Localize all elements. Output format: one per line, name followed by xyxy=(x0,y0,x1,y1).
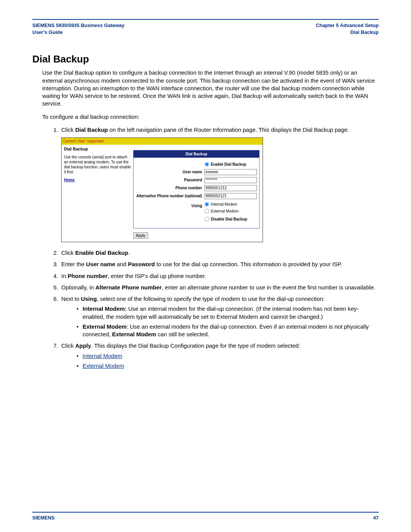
step-5: Optionally, in Alternate Phone number, e… xyxy=(60,284,379,291)
username-input[interactable] xyxy=(204,169,257,175)
header-right-1: Chapter 5 Advanced Setup xyxy=(316,22,379,29)
alt-phone-label: Alternative Phone number (optional) xyxy=(136,193,204,199)
alt-phone-input[interactable] xyxy=(204,193,257,199)
current-user-bar: Current User: superuser xyxy=(62,138,263,145)
panel-title: Dial Backup xyxy=(134,150,259,158)
username-label: User name xyxy=(136,169,204,175)
step-7: Click Apply. This displays the Dial Back… xyxy=(60,342,379,370)
section-title: Dial Backup xyxy=(32,53,379,65)
intro-paragraph: Use the Dial Backup option to configure … xyxy=(42,69,379,107)
lead-paragraph: To configure a dial backup connection: xyxy=(42,113,379,121)
disable-dial-backup-label: Disable Dial Backup xyxy=(211,217,247,222)
internal-modem-label: Internal Modem xyxy=(211,201,237,208)
home-link[interactable]: Home xyxy=(64,177,75,183)
step-6-bullet-2: External Modem: Use an external modem fo… xyxy=(76,323,379,339)
page-header: SIEMENS 5930/5935 Business Gateway User'… xyxy=(32,20,379,38)
internal-modem-option[interactable]: Internal Modem xyxy=(204,201,239,208)
dial-backup-ui: Current User: superuser Dial Backup Use … xyxy=(61,137,263,242)
sidebar-title: Dial Backup xyxy=(64,146,131,152)
enable-dial-backup-label: Enable Dial Backup xyxy=(211,162,246,167)
external-modem-link[interactable]: External Modem xyxy=(83,363,124,369)
header-left-2: User's Guide xyxy=(32,29,124,36)
footer-right: 47 xyxy=(373,515,379,521)
step-7-link-2-item: External Modem xyxy=(76,362,379,370)
step-1: Click Dial Backup on the left navigation… xyxy=(60,126,379,242)
phone-label: Phone number xyxy=(136,185,204,191)
ui-sidebar: Dial Backup Use the console (serial) por… xyxy=(62,145,133,242)
header-right-2: Dial Backup xyxy=(316,29,379,36)
enable-dial-backup-radio[interactable] xyxy=(205,162,209,167)
disable-dial-backup-radio[interactable] xyxy=(205,217,209,222)
password-label: Password xyxy=(136,177,204,183)
footer-left: SIEMENS xyxy=(32,515,55,521)
header-left-1: SIEMENS 5930/5935 Business Gateway xyxy=(32,22,124,29)
external-modem-radio[interactable] xyxy=(205,209,209,214)
step-2: Click Enable Dial Backup. xyxy=(60,249,379,257)
sidebar-text: Use the console (serial) port to attach … xyxy=(64,155,131,174)
internal-modem-radio[interactable] xyxy=(205,202,209,207)
internal-modem-link[interactable]: Internal Modem xyxy=(83,353,122,359)
external-modem-label: External Modem xyxy=(211,208,239,215)
dial-backup-panel: Dial Backup Enable Dial Backup User name xyxy=(133,150,260,229)
step-4: In Phone number, enter the ISP's dial up… xyxy=(60,272,379,280)
step-7-link-1-item: Internal Modem xyxy=(76,352,379,360)
step-6-bullet-1: Internal Modem: Use an internal modem fo… xyxy=(76,305,379,321)
apply-button[interactable]: Apply xyxy=(133,232,148,239)
step-3: Enter the User name and Password to use … xyxy=(60,260,379,268)
external-modem-option[interactable]: External Modem xyxy=(204,208,239,215)
password-input[interactable] xyxy=(204,177,257,183)
step-6: Next to Using, select one of the followi… xyxy=(60,295,379,338)
page-footer: SIEMENS 47 xyxy=(32,513,379,521)
phone-input[interactable] xyxy=(204,185,257,191)
using-label: Using xyxy=(136,201,204,209)
